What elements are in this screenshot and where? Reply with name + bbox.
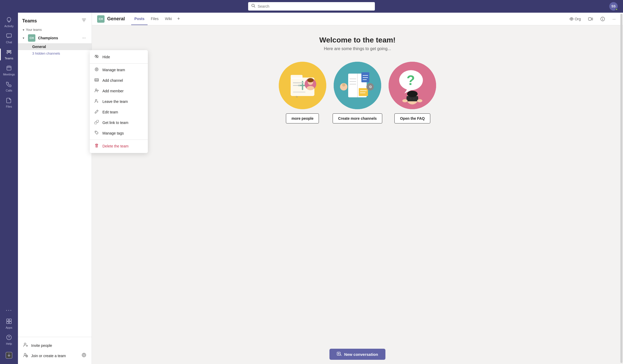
chat-label: Chat: [6, 41, 12, 44]
welcome-subtitle: Here are some things to get going...: [324, 46, 391, 51]
help-icon: [6, 334, 12, 341]
svg-rect-10: [7, 319, 9, 321]
card-illustration-channels: ⚙: [334, 62, 381, 109]
team-item-champions: ▼ CH Champions ··· General 3 hidden chan…: [18, 33, 92, 57]
svg-point-77: [342, 83, 345, 87]
nav-item-help[interactable]: Help: [0, 332, 18, 347]
svg-point-38: [82, 353, 86, 357]
svg-point-88: [402, 99, 408, 102]
video-call-button[interactable]: [586, 16, 595, 22]
files-icon: [6, 97, 12, 104]
collapse-arrow-icon[interactable]: ▼: [22, 28, 25, 31]
search-icon: [251, 4, 256, 9]
menu-item-manage-team[interactable]: Manage team: [90, 65, 148, 75]
team-collapse-arrow[interactable]: ▼: [22, 37, 25, 40]
team-name-champions: Champions: [38, 36, 78, 40]
top-bar: SS: [0, 0, 623, 13]
welcome-title: Welcome to the team!: [319, 36, 396, 44]
svg-text:ty: ty: [296, 95, 298, 98]
search-box[interactable]: [248, 2, 375, 11]
user-avatar[interactable]: SS: [609, 2, 618, 11]
more-header-button[interactable]: ···: [610, 16, 618, 22]
manage-team-icon: [94, 67, 99, 73]
join-create-action[interactable]: Join or create a team: [22, 351, 87, 361]
nav-item-apps[interactable]: Apps: [0, 316, 18, 331]
nav-item-more[interactable]: ···: [0, 305, 18, 315]
tab-posts[interactable]: Posts: [131, 13, 148, 25]
org-button[interactable]: Org: [567, 16, 583, 22]
leave-team-icon: [94, 99, 99, 104]
menu-item-leave-team[interactable]: Leave the team: [90, 96, 148, 107]
add-people-button[interactable]: more people: [286, 113, 319, 123]
create-channels-button[interactable]: Create more channels: [333, 113, 382, 123]
activity-label: Activity: [4, 25, 14, 28]
nav-item-activity[interactable]: Activity: [0, 15, 18, 30]
files-label: Files: [6, 105, 12, 108]
nav-item-teams[interactable]: Teams: [0, 47, 18, 62]
open-faq-button[interactable]: Open the FAQ: [394, 113, 430, 123]
svg-rect-69: [359, 88, 368, 96]
nav-item-meetings[interactable]: Meetings: [0, 63, 18, 78]
menu-item-add-channel[interactable]: Add channel: [90, 75, 148, 86]
svg-point-34: [24, 353, 26, 355]
tab-wiki[interactable]: Wiki: [162, 13, 175, 25]
search-input[interactable]: [258, 4, 372, 8]
menu-item-add-member[interactable]: Add member: [90, 86, 148, 96]
teams-header: Teams: [18, 13, 92, 27]
team-row-champions[interactable]: ▼ CH Champions ···: [18, 33, 92, 43]
teams-settings-button[interactable]: [82, 353, 86, 359]
invite-people-action[interactable]: Invite people: [22, 340, 87, 351]
edit-team-icon: [94, 109, 99, 115]
svg-line-1: [254, 7, 255, 8]
your-teams-section: ▼ Your teams: [18, 27, 92, 33]
channel-header-avatar: CH: [97, 15, 105, 23]
your-teams-label: Your teams: [26, 28, 42, 32]
svg-point-5: [7, 50, 8, 51]
channel-tabs: Posts Files Wiki +: [131, 13, 182, 25]
info-button[interactable]: [598, 16, 607, 22]
add-tab-button[interactable]: +: [175, 13, 182, 25]
chat-icon: [6, 33, 12, 40]
svg-point-3: [8, 50, 10, 52]
filter-button[interactable]: [81, 17, 87, 25]
tab-files[interactable]: Files: [148, 13, 162, 25]
menu-item-delete-team[interactable]: Delete the team: [90, 141, 148, 151]
svg-point-56: [307, 86, 314, 90]
hidden-channels-link[interactable]: 3 hidden channels: [18, 50, 92, 57]
panel-bottom: Invite people Join or create a team: [18, 337, 92, 364]
svg-text:⚙: ⚙: [369, 85, 372, 89]
menu-divider-2: [90, 140, 148, 140]
svg-rect-13: [9, 322, 11, 324]
nav-item-calls[interactable]: Calls: [0, 79, 18, 94]
svg-rect-45: [588, 18, 591, 20]
channel-item-general[interactable]: General: [18, 43, 92, 50]
team-avatar-champions: CH: [28, 34, 35, 42]
join-create-icon: [23, 353, 28, 359]
teams-panel-title: Teams: [22, 18, 37, 24]
add-channel-icon: [94, 78, 99, 83]
team-more-button[interactable]: ···: [81, 35, 87, 41]
nav-item-chat[interactable]: Chat: [0, 31, 18, 46]
menu-item-get-link[interactable]: Get link to team: [90, 117, 148, 128]
svg-point-15: [9, 338, 9, 339]
card-illustration-people: ty: [279, 62, 326, 109]
svg-point-4: [10, 50, 11, 51]
more-icon: ···: [6, 307, 12, 313]
nav-item-files[interactable]: Files: [0, 95, 18, 110]
svg-point-20: [96, 69, 97, 70]
meetings-label: Meetings: [3, 73, 15, 76]
menu-item-edit-team[interactable]: Edit team: [90, 107, 148, 117]
help-label: Help: [6, 342, 12, 345]
new-conversation-button[interactable]: New conversation: [329, 349, 385, 360]
invite-icon: [23, 342, 28, 348]
bottom-bar: New conversation: [92, 344, 623, 364]
teams-label: Teams: [5, 57, 13, 60]
teams-panel: Teams ▼ Your teams ▼ CH Champions ··· Ge…: [18, 13, 92, 364]
svg-point-89: [417, 99, 422, 102]
welcome-cards: ty more people: [279, 62, 436, 123]
presence-dot: [615, 8, 618, 11]
menu-item-manage-tags[interactable]: Manage tags: [90, 128, 148, 138]
menu-item-hide[interactable]: Hide: [90, 52, 148, 62]
context-menu: Hide Manage team: [90, 50, 148, 153]
nav-item-status[interactable]: [0, 349, 18, 362]
